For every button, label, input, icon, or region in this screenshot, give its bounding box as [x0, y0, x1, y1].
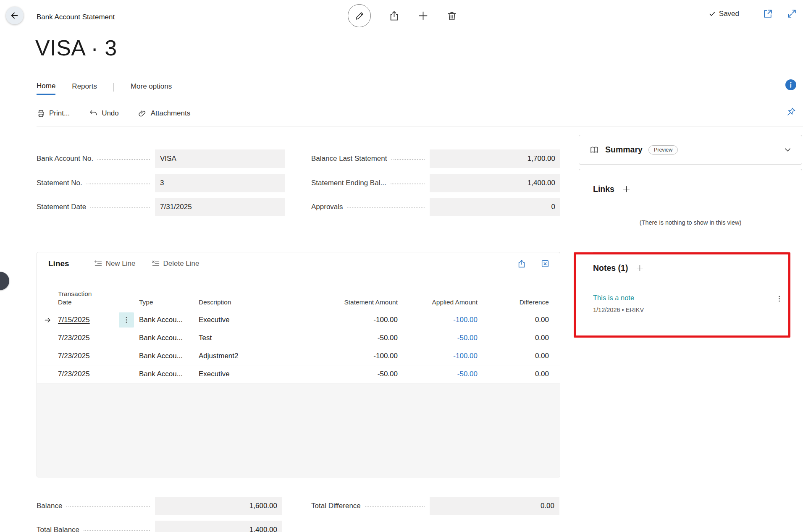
field-bank-account-no: Bank Account No. VISA [37, 149, 285, 168]
column-type[interactable]: Type [136, 298, 198, 307]
add-note-button[interactable] [635, 264, 644, 273]
difference-cell[interactable]: 0.00 [478, 316, 549, 324]
statement-no-input[interactable]: 3 [155, 174, 285, 192]
pin-button[interactable] [786, 107, 796, 117]
attachments-button[interactable]: Attachments [138, 109, 191, 118]
statement-date-input[interactable]: 7/31/2025 [155, 198, 285, 216]
left-edge-handle[interactable] [0, 272, 9, 290]
description-cell[interactable]: Executive [198, 370, 284, 378]
delete-button[interactable] [446, 10, 457, 21]
applied-amount-cell[interactable]: -50.00 [398, 334, 478, 342]
field-label: Statement Date [37, 203, 86, 211]
note-options-button[interactable] [775, 295, 783, 303]
field-balance-last-statement: Balance Last Statement 1,700.00 [311, 149, 560, 168]
column-transaction-date[interactable]: Transaction Date [58, 290, 100, 307]
pin-icon [786, 107, 796, 117]
pencil-icon [354, 11, 365, 21]
summary-title: Summary [605, 145, 643, 155]
balance-last-statement-input[interactable]: 1,700.00 [430, 149, 560, 168]
statement-ending-balance-input[interactable]: 1,400.00 [430, 174, 560, 192]
links-section-header: Links [593, 184, 788, 194]
expand-page-button[interactable] [787, 8, 797, 19]
print-label: Print... [49, 109, 70, 118]
transaction-date-cell[interactable]: 7/23/2025 [58, 334, 117, 342]
column-statement-amount[interactable]: Statement Amount [284, 298, 398, 307]
delete-line-button[interactable]: Delete Line [152, 259, 199, 268]
difference-cell[interactable]: 0.00 [478, 370, 549, 378]
tab-home[interactable]: Home [37, 79, 55, 95]
column-description[interactable]: Description [198, 298, 284, 307]
undo-button[interactable]: Undo [89, 109, 119, 118]
info-button[interactable] [785, 79, 796, 90]
page-toolbar [348, 4, 457, 27]
add-link-button[interactable] [622, 185, 631, 194]
field-statement-date: Statement Date 7/31/2025 [37, 198, 285, 216]
new-line-button[interactable]: New Line [94, 259, 136, 268]
description-cell[interactable]: Adjustment2 [198, 352, 284, 360]
transaction-date-cell[interactable]: 7/23/2025 [58, 370, 117, 378]
statement-amount-cell[interactable]: -50.00 [284, 334, 398, 342]
difference-cell[interactable]: 0.00 [478, 334, 549, 342]
transaction-date-cell[interactable]: 7/15/2025 [58, 316, 117, 324]
dot-leader [90, 207, 150, 208]
notes-section-header: Notes (1) [593, 263, 788, 273]
field-label: Balance [37, 502, 62, 510]
back-button[interactable] [6, 7, 24, 24]
field-label: Bank Account No. [37, 155, 93, 163]
field-statement-ending-balance: Statement Ending Bal... 1,400.00 [311, 174, 560, 192]
summary-expand-button[interactable] [784, 146, 792, 154]
factbox-divider [593, 252, 788, 252]
field-statement-no: Statement No. 3 [37, 174, 285, 192]
field-label: Approvals [311, 203, 343, 211]
dot-leader [84, 530, 150, 531]
table-row[interactable]: 7/23/2025 Bank Accou... Executive -50.00… [37, 365, 560, 383]
tab-more-options[interactable]: More options [131, 80, 172, 94]
expand-icon [787, 8, 797, 19]
tab-bar: Home Reports More options [37, 79, 172, 95]
edit-button[interactable] [348, 4, 371, 27]
applied-amount-cell[interactable]: -100.00 [398, 352, 478, 360]
empty-grid-area [37, 383, 560, 477]
table-row[interactable]: 7/15/2025 Bank Accou... Executive -100.0… [37, 311, 560, 329]
approvals-value[interactable]: 0 [430, 198, 560, 216]
description-cell[interactable]: Test [198, 334, 284, 342]
column-difference[interactable]: Difference [478, 298, 549, 307]
type-cell[interactable]: Bank Accou... [136, 316, 198, 324]
transaction-date-cell[interactable]: 7/23/2025 [58, 352, 117, 360]
applied-amount-cell[interactable]: -100.00 [398, 316, 478, 324]
paperclip-icon [138, 109, 147, 118]
statement-amount-cell[interactable]: -100.00 [284, 316, 398, 324]
lines-header-divider [83, 259, 83, 268]
open-in-new-window-button[interactable] [763, 8, 773, 19]
difference-cell[interactable]: 0.00 [478, 352, 549, 360]
tab-reports[interactable]: Reports [72, 80, 97, 94]
active-row-arrow-icon [37, 316, 58, 324]
applied-amount-cell[interactable]: -50.00 [398, 370, 478, 378]
dot-leader [347, 207, 425, 208]
printer-icon [37, 109, 45, 118]
statement-amount-cell[interactable]: -100.00 [284, 352, 398, 360]
share-lines-button[interactable] [517, 259, 526, 268]
statement-amount-cell[interactable]: -50.00 [284, 370, 398, 378]
print-button[interactable]: Print... [37, 109, 70, 118]
description-cell[interactable]: Executive [198, 316, 284, 324]
type-cell[interactable]: Bank Accou... [136, 370, 198, 378]
field-total-balance: Total Balance 1,400.00 [37, 521, 282, 532]
new-button[interactable] [417, 10, 429, 21]
table-row[interactable]: 7/23/2025 Bank Accou... Adjustment2 -100… [37, 347, 560, 365]
row-options-button[interactable] [119, 312, 134, 328]
bank-account-no-input[interactable]: VISA [155, 149, 285, 168]
open-in-excel-button[interactable] [541, 259, 550, 268]
type-cell[interactable]: Bank Accou... [136, 334, 198, 342]
field-label: Total Difference [311, 502, 361, 510]
plus-icon [635, 264, 644, 273]
note-link[interactable]: This is a note [593, 294, 634, 302]
column-applied-amount[interactable]: Applied Amount [398, 298, 478, 307]
delete-line-icon [152, 259, 160, 268]
note-meta: 1/12/2026 • ERIKV [593, 307, 644, 313]
links-title: Links [593, 184, 614, 194]
share-button[interactable] [388, 10, 400, 21]
note-body: This is a note 1/12/2026 • ERIKV [593, 294, 644, 313]
table-row[interactable]: 7/23/2025 Bank Accou... Test -50.00 -50.… [37, 329, 560, 347]
type-cell[interactable]: Bank Accou... [136, 352, 198, 360]
